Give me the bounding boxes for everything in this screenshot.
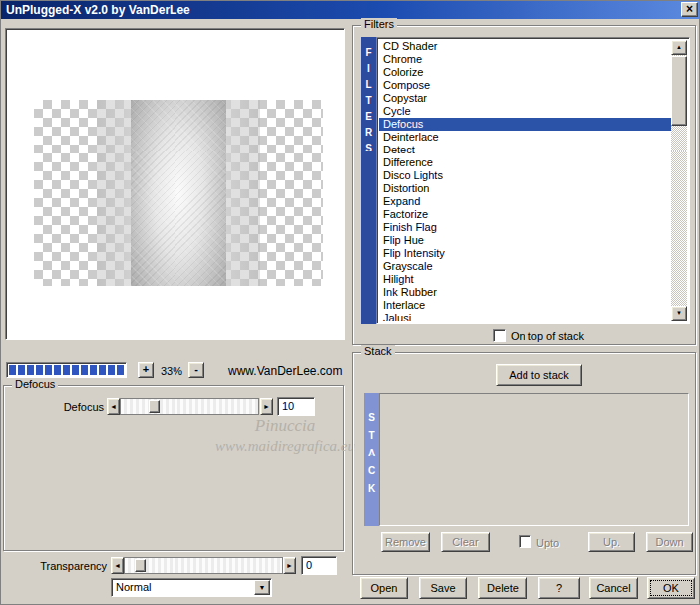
stack-group-title: Stack (361, 345, 395, 357)
scroll-down-icon[interactable]: ▼ (671, 306, 687, 321)
blend-mode-value: Normal (116, 581, 151, 593)
defocus-right-arrow-icon[interactable]: ► (260, 398, 273, 415)
dropdown-arrow-icon[interactable]: ▼ (254, 580, 270, 595)
cancel-button[interactable]: Cancel (589, 577, 638, 599)
up-button[interactable]: Up. (588, 532, 635, 552)
filter-list-item[interactable]: Flip Hue (379, 234, 671, 247)
preview-band-left (97, 100, 131, 286)
transparency-left-arrow-icon[interactable]: ◄ (111, 557, 124, 574)
filter-list-item[interactable]: Copystar (379, 92, 671, 105)
open-button[interactable]: Open (360, 577, 408, 599)
transparency-right-arrow-icon[interactable]: ► (283, 557, 296, 574)
filter-list-item[interactable]: Ink Rubber (379, 286, 671, 299)
filter-list-item[interactable]: Grayscale (379, 260, 671, 273)
preview-progress-bar (6, 362, 127, 378)
filter-list-item[interactable]: Flip Intensity (379, 247, 671, 260)
close-icon[interactable]: × (681, 2, 698, 17)
preview-progress-fill (9, 365, 124, 375)
save-button[interactable]: Save (419, 577, 467, 599)
on-top-of-stack-label: On top of stack (511, 330, 584, 342)
clear-button[interactable]: Clear (441, 532, 490, 552)
filter-list-item[interactable]: Interlace (379, 299, 671, 312)
help-button[interactable]: ? (538, 577, 580, 599)
filter-list-item[interactable]: Jalusi (379, 312, 671, 321)
filters-list: CD ShaderChromeColorizeComposeCopystarCy… (376, 37, 690, 324)
filter-list-item[interactable]: Factorize (379, 208, 671, 221)
upto-label: Upto (536, 537, 559, 549)
filter-list-item[interactable]: Chrome (379, 53, 671, 66)
defocus-group-title: Defocus (12, 378, 58, 390)
filters-group-title: Filters (361, 18, 397, 30)
transparency-value-input[interactable]: 0 (301, 556, 337, 575)
ok-button[interactable]: OK (647, 577, 695, 599)
stack-group: Stack Add to stack S T A C K Remove Clea… (352, 352, 696, 575)
zoom-out-button[interactable]: - (188, 362, 204, 378)
filters-group: Filters F I L T E R S CD ShaderChromeCol… (352, 25, 696, 345)
filter-list-item[interactable]: Compose (379, 79, 671, 92)
vanderlee-website-link[interactable]: www.VanDerLee.com (228, 364, 343, 378)
preview-image[interactable] (34, 100, 323, 286)
upto-checkbox[interactable] (519, 535, 531, 548)
stack-vertical-label: S T A C K (364, 393, 379, 526)
defocus-slider-thumb[interactable] (149, 400, 160, 413)
filters-list-items: CD ShaderChromeColorizeComposeCopystarCy… (379, 40, 671, 321)
zoom-value: 33% (157, 365, 186, 377)
defocus-value-input[interactable]: 10 (277, 397, 315, 416)
filters-vertical-label: F I L T E R S (361, 37, 376, 324)
defocus-left-arrow-icon[interactable]: ◄ (107, 398, 120, 415)
defocus-slider-track[interactable] (120, 398, 259, 415)
add-to-stack-button[interactable]: Add to stack (496, 364, 582, 386)
scrollbar-thumb[interactable] (671, 56, 687, 126)
filter-list-item[interactable]: Detect (379, 144, 671, 156)
filter-list-item[interactable]: Finish Flag (379, 221, 671, 234)
defocus-slider-label: Defocus (12, 401, 104, 413)
delete-button[interactable]: Delete (478, 577, 527, 599)
transparency-slider-thumb[interactable] (135, 559, 146, 572)
preview-panel (5, 28, 345, 340)
on-top-of-stack-checkbox[interactable] (493, 329, 506, 342)
filter-list-item[interactable]: Hilight (379, 273, 671, 286)
scroll-up-icon[interactable]: ▲ (671, 40, 687, 55)
blend-mode-dropdown[interactable]: Normal ▼ (111, 578, 272, 597)
filter-list-item[interactable]: Deinterlace (379, 131, 671, 144)
window-title: UnPlugged-X v2.0 by VanDerLee (6, 3, 190, 17)
title-bar[interactable]: UnPlugged-X v2.0 by VanDerLee (1, 1, 699, 19)
filter-list-item[interactable]: CD Shader (379, 40, 671, 53)
unplugged-x-dialog: UnPlugged-X v2.0 by VanDerLee × + 33% - … (0, 0, 700, 605)
filters-scrollbar[interactable]: ▲ ▼ (671, 40, 687, 321)
remove-button[interactable]: Remove (381, 532, 430, 552)
zoom-in-button[interactable]: + (138, 362, 154, 378)
down-button[interactable]: Down (646, 532, 693, 552)
filter-list-item[interactable]: Distortion (379, 182, 671, 195)
stack-list (379, 393, 689, 526)
defocus-group: Defocus Defocus ◄ ► 10 (3, 385, 344, 551)
filter-list-item[interactable]: Defocus (379, 118, 671, 131)
filter-list-item[interactable]: Difference (379, 156, 671, 169)
filter-list-item[interactable]: Expand (379, 195, 671, 208)
filter-list-item[interactable]: Disco Lights (379, 169, 671, 182)
preview-band-right (226, 100, 260, 286)
preview-band-center (131, 100, 226, 286)
transparency-slider-track[interactable] (124, 557, 283, 574)
filter-list-item[interactable]: Colorize (379, 66, 671, 79)
filter-list-item[interactable]: Cycle (379, 105, 671, 118)
transparency-label: Transparency (13, 560, 107, 572)
